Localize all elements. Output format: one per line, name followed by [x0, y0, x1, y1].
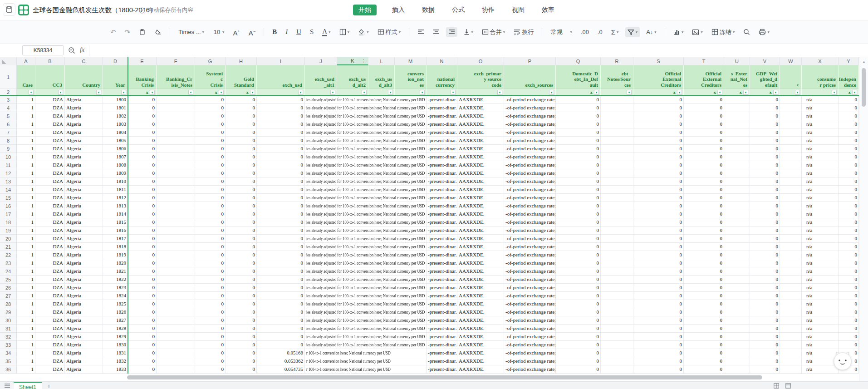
cell-T5[interactable]: 0 — [684, 112, 724, 120]
cell-F11[interactable] — [157, 161, 195, 169]
font-color-button[interactable]: A▾ — [320, 26, 333, 38]
cell-T35[interactable]: 0 — [684, 357, 724, 365]
cell-C8[interactable]: Algeria — [65, 137, 103, 145]
cell-C29[interactable]: Algeria — [65, 308, 103, 316]
cell-H9[interactable]: 0 — [226, 145, 257, 153]
cell-A8[interactable]: 1 — [17, 137, 35, 145]
row-number[interactable]: 15 — [0, 194, 17, 202]
header-cell-N1[interactable]: national currency — [427, 65, 457, 89]
cell-Y14[interactable]: 0 — [839, 186, 859, 194]
cell-U33[interactable] — [724, 341, 750, 349]
header-cell-B1[interactable]: CC3 — [35, 65, 65, 89]
cell-W26[interactable] — [780, 284, 802, 292]
cell-T16[interactable]: 0 — [684, 202, 724, 210]
cell-T7[interactable]: 0 — [684, 128, 724, 137]
cell-R5[interactable] — [601, 112, 633, 120]
cell-Q32[interactable]: 0 — [556, 333, 601, 341]
merge-cells-button[interactable]: 合并▾ — [480, 26, 508, 38]
cell-S10[interactable]: 0 — [633, 153, 684, 161]
cell-B9[interactable]: DZA — [35, 145, 65, 153]
cell-N28[interactable]: -present-dinar. — [427, 300, 457, 308]
cell-E5[interactable]: 0 — [128, 112, 157, 120]
cell-I4[interactable]: 0 — [257, 104, 305, 112]
cell-E25[interactable]: 0 — [128, 276, 157, 284]
cell-Q14[interactable]: 0 — [556, 186, 601, 194]
cell-Y22[interactable]: 0 — [839, 251, 859, 259]
cell-JM-overflow-20[interactable]: ies already adjusted for 100-to-1 conver… — [305, 235, 427, 243]
cell-W29[interactable] — [780, 308, 802, 316]
cell-I36[interactable]: 0.054735 — [257, 365, 305, 374]
cell-B21[interactable]: DZA — [35, 243, 65, 251]
cell-I17[interactable]: 0 — [257, 210, 305, 218]
cell-A15[interactable]: 1 — [17, 194, 35, 202]
sheet-list-icon[interactable] — [5, 384, 10, 388]
cell-W7[interactable] — [780, 128, 802, 137]
cell-E17[interactable]: 0 — [128, 210, 157, 218]
cell-D9[interactable]: 1806 — [103, 145, 128, 153]
cell-Q7[interactable]: 0 — [556, 128, 601, 137]
cell-E11[interactable]: 0 — [128, 161, 157, 169]
cell-X8[interactable]: n/a — [802, 137, 839, 145]
cell-C6[interactable]: Algeria — [65, 120, 103, 128]
cell-S30[interactable]: 0 — [633, 316, 684, 325]
cell-F23[interactable] — [157, 259, 195, 267]
cell-C4[interactable]: Algeria — [65, 104, 103, 112]
cell-D34[interactable]: 1831 — [103, 349, 128, 357]
column-header-J[interactable]: J — [305, 57, 337, 65]
cell-R36[interactable] — [601, 365, 633, 374]
cell-N25[interactable]: -present-dinar. — [427, 276, 457, 284]
cell-A17[interactable]: 1 — [17, 210, 35, 218]
cell-P21[interactable]: -of-period exchange rate; — [504, 243, 556, 251]
cell-N6[interactable]: -present-dinar. — [427, 120, 457, 128]
cell-O26[interactable]: AAXRXDE. — [457, 284, 504, 292]
cell-S25[interactable]: 0 — [633, 276, 684, 284]
cell-V17[interactable]: 0 — [750, 210, 780, 218]
column-menu-icon[interactable]: ⋮ — [361, 59, 366, 64]
row-number[interactable]: 18 — [0, 218, 17, 227]
cell-Y30[interactable]: 0 — [839, 316, 859, 325]
filter-dropdown-icon[interactable]: ▼ — [497, 90, 502, 95]
cell-U5[interactable] — [724, 112, 750, 120]
cell-P8[interactable]: -of-period exchange rate; — [504, 137, 556, 145]
cell-R21[interactable] — [601, 243, 633, 251]
cell-Q30[interactable]: 0 — [556, 316, 601, 325]
cell-V11[interactable]: 0 — [750, 161, 780, 169]
filter-dropdown-icon[interactable]: ▼ — [852, 90, 857, 95]
cell-Y18[interactable]: 0 — [839, 218, 859, 227]
cell-G10[interactable]: 0 — [195, 153, 226, 161]
cell-B3[interactable]: DZA — [35, 96, 65, 104]
cell-H26[interactable]: 0 — [226, 284, 257, 292]
cell-I21[interactable]: 0 — [257, 243, 305, 251]
filter-cell-O2[interactable]: ▼ — [457, 89, 504, 96]
cell-U17[interactable] — [724, 210, 750, 218]
cell-U14[interactable] — [724, 186, 750, 194]
cell-H24[interactable]: 0 — [226, 267, 257, 276]
cell-N22[interactable]: -present-dinar. — [427, 251, 457, 259]
freeze-panes-button[interactable]: 冻结▾ — [709, 26, 737, 38]
cell-G35[interactable]: 0 — [195, 357, 226, 365]
cell-T10[interactable]: 0 — [684, 153, 724, 161]
formula-input[interactable] — [93, 44, 859, 57]
cell-F27[interactable] — [157, 292, 195, 300]
cell-F34[interactable] — [157, 349, 195, 357]
cell-B12[interactable]: DZA — [35, 169, 65, 177]
filter-dropdown-icon[interactable]: ▼ — [743, 90, 748, 95]
filter-button[interactable]: ▾ — [625, 27, 640, 37]
cell-JM-overflow-23[interactable]: ies already adjusted for 100-to-1 conver… — [305, 259, 427, 267]
cell-Q35[interactable]: 0 — [556, 357, 601, 365]
filter-dropdown-icon[interactable]: ▼ — [773, 90, 778, 95]
cell-Q25[interactable]: 0 — [556, 276, 601, 284]
cell-V19[interactable]: 0 — [750, 227, 780, 235]
cell-P25[interactable]: -of-period exchange rate; — [504, 276, 556, 284]
cell-R27[interactable] — [601, 292, 633, 300]
filter-cell-Y2[interactable]: x▼ — [839, 89, 859, 96]
cell-H7[interactable]: 0 — [226, 128, 257, 137]
cell-W6[interactable] — [780, 120, 802, 128]
cell-W9[interactable] — [780, 145, 802, 153]
cell-H29[interactable]: 0 — [226, 308, 257, 316]
filter-dropdown-icon[interactable]: ▼ — [420, 90, 425, 95]
cell-R31[interactable] — [601, 325, 633, 333]
cell-Y17[interactable]: 0 — [839, 210, 859, 218]
cell-P35[interactable]: -of-period exchange rate; — [504, 357, 556, 365]
cell-P16[interactable]: -of-period exchange rate; — [504, 202, 556, 210]
